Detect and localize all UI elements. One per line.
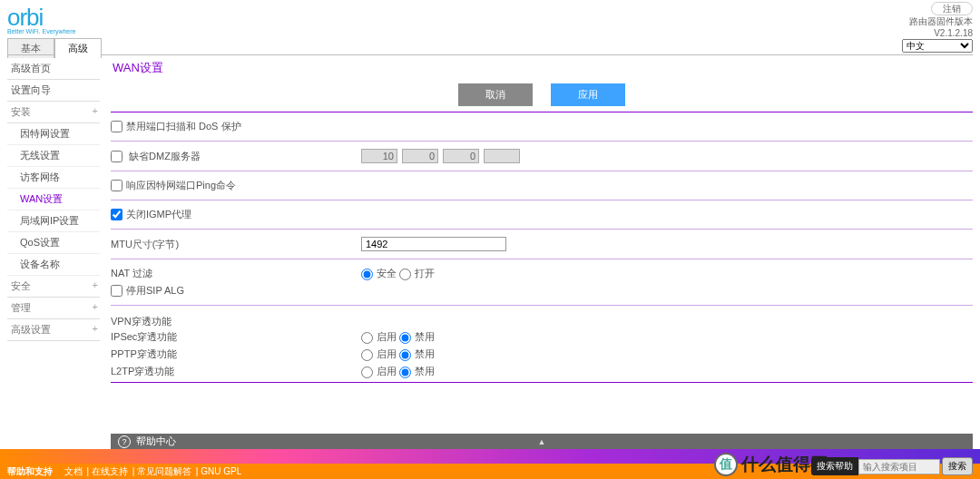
- row-default-dmz: 缺省DMZ服务器: [111, 147, 973, 165]
- checkbox-igmp[interactable]: [111, 209, 122, 220]
- help-bar[interactable]: ? 帮助中心 ▲: [111, 434, 973, 449]
- header-right: 注销 路由器固件版本 V2.1.2.18 中文: [902, 2, 973, 53]
- sidebar-group-management[interactable]: 管理+: [7, 298, 100, 319]
- chevron-up-icon: ▲: [538, 437, 546, 446]
- sidebar-item-devname[interactable]: 设备名称: [7, 254, 100, 276]
- watermark-badge: 值: [714, 453, 738, 476]
- divider: [111, 171, 973, 171]
- label-vpn-l2tp: L2TP穿透功能: [111, 365, 361, 378]
- search-label: 搜索帮助: [811, 457, 858, 475]
- sidebar-item-wan[interactable]: WAN设置: [7, 189, 100, 210]
- fw-label: 路由器固件版本: [909, 16, 973, 26]
- radio-nat-open[interactable]: [399, 269, 411, 280]
- divider: [111, 259, 973, 259]
- sidebar-item-wizard[interactable]: 设置向导: [7, 80, 100, 102]
- page-title: WAN设置: [111, 58, 973, 83]
- row-vpn-ipsec: IPSec穿透功能 启用 禁用: [111, 328, 973, 346]
- label-mtu: MTU尺寸(字节): [111, 238, 361, 251]
- divider: [111, 305, 973, 306]
- help-search: 搜索帮助 搜索: [811, 457, 973, 475]
- checkbox-sip-alg[interactable]: [111, 285, 122, 297]
- language-select[interactable]: 中文: [902, 39, 973, 53]
- tabs-underline: [7, 54, 973, 55]
- cancel-button[interactable]: 取消: [458, 83, 533, 106]
- radio-nat-safe[interactable]: [361, 269, 373, 280]
- sidebar-item-qos[interactable]: QoS设置: [7, 232, 100, 254]
- row-igmp: 关闭IGMP代理: [111, 206, 973, 223]
- dmz-ip-4[interactable]: [484, 149, 520, 163]
- plus-icon: +: [93, 105, 98, 116]
- search-input[interactable]: [858, 459, 940, 474]
- row-respond-ping: 响应因特网端口Ping命令: [111, 177, 973, 194]
- radio-l2tp-disable[interactable]: [399, 367, 411, 378]
- plus-icon: +: [93, 323, 98, 334]
- footer-link-faq[interactable]: 常见问题解答: [137, 466, 191, 476]
- tab-advanced[interactable]: 高级: [54, 38, 102, 58]
- label-vpn-ipsec: IPSec穿透功能: [111, 330, 361, 344]
- dmz-ip-3[interactable]: [443, 149, 479, 163]
- label-respond-ping: 响应因特网端口Ping命令: [126, 179, 236, 192]
- footer-link-gpl[interactable]: GNU GPL: [201, 466, 241, 476]
- footer-link-doc[interactable]: 文档: [64, 466, 83, 476]
- radio-ipsec-disable[interactable]: [399, 332, 411, 344]
- radio-pptp-disable[interactable]: [399, 349, 411, 361]
- sidebar: 高级首页 设置向导 安装+ 因特网设置 无线设置 访客网络 WAN设置 局域网I…: [7, 58, 100, 341]
- radio-ipsec-enable[interactable]: [361, 332, 373, 344]
- sidebar-item-internet[interactable]: 因特网设置: [7, 123, 100, 145]
- label-nat: NAT 过滤: [111, 267, 361, 280]
- apply-button[interactable]: 应用: [551, 83, 625, 106]
- sidebar-item-guest[interactable]: 访客网络: [7, 167, 100, 189]
- dmz-ip-2[interactable]: [402, 149, 438, 163]
- search-button[interactable]: 搜索: [942, 457, 973, 475]
- help-icon: ?: [118, 435, 131, 448]
- label-sip-alg: 停用SIP ALG: [126, 284, 184, 298]
- sidebar-item-home[interactable]: 高级首页: [7, 58, 100, 80]
- checkbox-respond-ping[interactable]: [111, 180, 122, 191]
- row-nat: NAT 过滤 安全 打开: [111, 265, 973, 282]
- footer-link-online[interactable]: 在线支持: [92, 466, 128, 476]
- sidebar-item-wireless[interactable]: 无线设置: [7, 145, 100, 167]
- plus-icon: +: [93, 279, 98, 290]
- logout-button[interactable]: 注销: [931, 2, 973, 15]
- brand-tagline: Better WiFi. Everywhere: [7, 28, 75, 34]
- radio-pptp-enable[interactable]: [361, 349, 373, 361]
- footer-support: 帮助和支持: [7, 466, 53, 476]
- divider: [111, 229, 973, 230]
- sidebar-group-install[interactable]: 安装+: [7, 102, 100, 123]
- input-mtu[interactable]: [361, 237, 506, 251]
- main-content: WAN设置 取消 应用 禁用端口扫描和 DoS 保护 缺省DMZ服务器 响应因特…: [111, 58, 973, 434]
- plus-icon: +: [93, 301, 98, 312]
- fw-version: V2.1.2.18: [934, 28, 973, 38]
- brand-logo: orbi Better WiFi. Everywhere: [7, 4, 75, 34]
- checkbox-disable-portscan[interactable]: [111, 121, 122, 132]
- label-disable-portscan: 禁用端口扫描和 DoS 保护: [126, 120, 241, 133]
- label-igmp: 关闭IGMP代理: [126, 208, 191, 221]
- divider: [111, 382, 973, 383]
- label-default-dmz: 缺省DMZ服务器: [129, 151, 201, 161]
- checkbox-default-dmz[interactable]: [111, 151, 122, 162]
- label-vpn-pptp: PPTP穿透功能: [111, 347, 361, 361]
- dmz-ip-1[interactable]: [361, 149, 397, 163]
- sidebar-group-adv[interactable]: 高级设置+: [7, 319, 100, 341]
- divider: [111, 141, 973, 142]
- row-vpn-l2tp: L2TP穿透功能 启用 禁用: [111, 363, 973, 380]
- divider: [111, 200, 973, 200]
- row-vpn-pptp: PPTP穿透功能 启用 禁用: [111, 346, 973, 363]
- help-title: 帮助中心: [136, 435, 176, 448]
- sidebar-group-security[interactable]: 安全+: [7, 276, 100, 298]
- radio-l2tp-enable[interactable]: [361, 367, 373, 378]
- divider: [111, 112, 973, 112]
- row-mtu: MTU尺寸(字节): [111, 235, 973, 253]
- sidebar-item-lan[interactable]: 局域网IP设置: [7, 210, 100, 232]
- button-row: 取消 应用: [111, 83, 973, 106]
- vpn-header: VPN穿透功能: [111, 311, 973, 328]
- row-disable-portscan: 禁用端口扫描和 DoS 保护: [111, 118, 973, 135]
- row-sip-alg: 停用SIP ALG: [111, 282, 973, 299]
